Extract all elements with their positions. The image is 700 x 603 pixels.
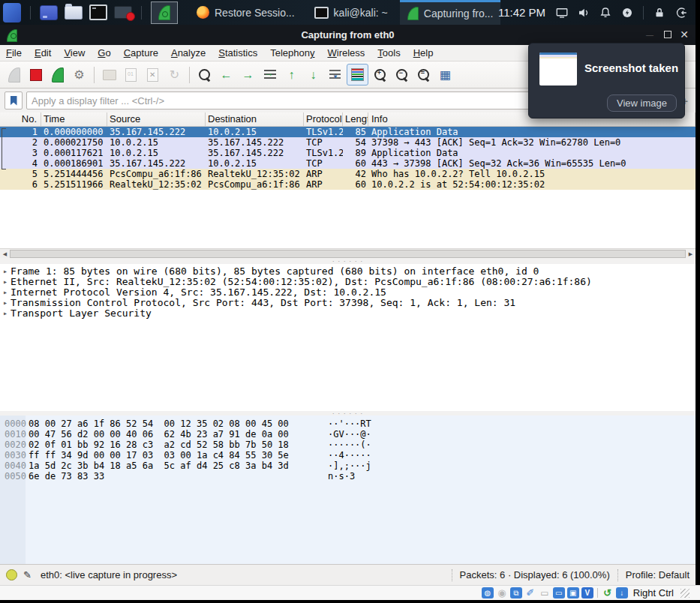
menu-item-telephony[interactable]: Telephony <box>270 47 314 58</box>
screen-recorder-launcher[interactable] <box>114 4 132 22</box>
collapse-arrow-icon[interactable]: ▸ <box>0 308 11 319</box>
optical-disc-icon[interactable] <box>496 587 508 598</box>
kali-menu-button[interactable] <box>3 4 21 22</box>
zoom-out-button[interactable]: − <box>392 64 412 85</box>
capture-comment-icon[interactable]: ✎ <box>23 569 32 580</box>
taskbar-item-terminal[interactable]: kali@kali: ~ <box>307 0 395 25</box>
usb-icon[interactable] <box>524 587 536 598</box>
collapse-arrow-icon[interactable]: ▸ <box>0 298 11 308</box>
detail-line[interactable]: ▸Internet Protocol Version 4, Src: 35.16… <box>0 287 695 298</box>
lock-icon[interactable] <box>651 4 668 21</box>
window-titlebar[interactable]: Capturing from eth0 <box>0 25 695 45</box>
hex-row[interactable]: 00401a 5d 2c 3b b4 18 a5 6a 5c af d4 25 … <box>0 460 695 471</box>
detail-line[interactable]: ▸Frame 1: 85 bytes on wire (680 bits), 8… <box>0 266 695 277</box>
menu-item-tools[interactable]: Tools <box>377 47 400 58</box>
network-icon[interactable] <box>510 587 522 598</box>
menu-item-go[interactable]: Go <box>98 47 110 58</box>
packet-cell-no: 5 <box>0 169 41 179</box>
menu-item-edit[interactable]: Edit <box>35 47 51 58</box>
hex-row[interactable]: 00506e de 73 83 33n·s·3 <box>0 471 695 482</box>
find-packet-button[interactable] <box>194 64 215 85</box>
folder-launcher[interactable] <box>65 4 83 22</box>
start-capture-button[interactable] <box>4 64 24 85</box>
column-header-destination[interactable]: Destination <box>206 112 304 126</box>
menu-item-statistics[interactable]: Statistics <box>218 47 257 58</box>
pane-splitter[interactable] <box>0 258 695 264</box>
recording-icon[interactable] <box>567 587 579 598</box>
column-header-time[interactable]: Time <box>41 112 107 126</box>
packet-row[interactable]: 10.00000000035.167.145.22210.0.2.15TLSv1… <box>0 127 695 137</box>
menu-item-help[interactable]: Help <box>413 47 434 58</box>
go-first-button[interactable] <box>281 64 302 85</box>
menu-item-analyze[interactable]: Analyze <box>171 47 206 58</box>
column-header-protocol[interactable]: Protocol <box>304 112 343 126</box>
packet-row[interactable]: 65.251511966RealtekU_12:35:02PcsCompu_a6… <box>0 179 695 190</box>
notifications-bell-icon[interactable] <box>597 4 614 21</box>
restart-capture-button[interactable] <box>47 64 68 85</box>
go-last-button[interactable] <box>303 64 323 85</box>
auto-scroll-button[interactable] <box>325 64 345 85</box>
reload-button[interactable] <box>164 64 185 85</box>
expert-info-icon[interactable] <box>6 569 17 580</box>
packet-row[interactable]: 30.00011762110.0.2.1535.167.145.222TLSv1… <box>0 148 695 158</box>
collapse-arrow-icon[interactable]: ▸ <box>0 266 11 277</box>
open-file-button[interactable] <box>99 64 119 85</box>
menu-item-capture[interactable]: Capture <box>124 47 158 58</box>
menu-item-view[interactable]: View <box>64 47 85 58</box>
capture-options-button[interactable] <box>69 64 89 85</box>
column-header-no[interactable]: No. <box>0 112 41 126</box>
close-file-button[interactable] <box>143 64 163 85</box>
hard-disk-icon[interactable] <box>482 587 494 598</box>
taskbar-item-wireshark[interactable]: Capturing fro... <box>400 0 501 25</box>
stop-capture-button[interactable] <box>26 64 46 85</box>
column-header-length[interactable]: Length <box>343 112 368 126</box>
zoom-reset-icon: = <box>418 69 429 80</box>
zoom-in-button[interactable]: + <box>370 64 390 85</box>
terminal-launcher[interactable] <box>89 4 107 22</box>
detail-line[interactable]: ▸Transmission Control Protocol, Src Port… <box>0 298 695 308</box>
profile-text[interactable]: Profile: Default <box>626 569 689 580</box>
mouse-integration-icon[interactable] <box>602 587 614 598</box>
go-to-packet-button[interactable] <box>260 64 280 85</box>
save-file-button[interactable] <box>121 64 141 85</box>
collapse-arrow-icon[interactable]: ▸ <box>0 287 11 298</box>
packet-row[interactable]: 20.00002175010.0.2.1535.167.145.222TCP54… <box>0 137 695 148</box>
packet-row[interactable]: 40.00018690135.167.145.22210.0.2.15TCP60… <box>0 158 695 169</box>
colorize-button[interactable] <box>347 64 368 86</box>
clock[interactable]: 11:42 PM <box>498 6 545 19</box>
volume-icon[interactable] <box>575 4 592 21</box>
zoom-reset-button[interactable]: = <box>413 64 434 85</box>
features-icon[interactable] <box>581 587 593 598</box>
display-icon[interactable] <box>554 4 570 21</box>
keyboard-icon[interactable] <box>616 587 628 598</box>
go-back-button[interactable] <box>216 64 236 85</box>
collapse-arrow-icon[interactable]: ▸ <box>0 277 11 287</box>
packet-cell-destination: RealtekU_12:35:02 <box>206 169 304 179</box>
minimize-button[interactable] <box>643 28 656 41</box>
logout-icon[interactable] <box>673 4 689 21</box>
close-button[interactable] <box>677 28 691 41</box>
maximize-button[interactable] <box>661 28 674 41</box>
detail-line[interactable]: ▸Transport Layer Security <box>0 308 695 319</box>
hex-row[interactable]: 0030ff ff 34 9d 00 00 17 03 03 00 1a c4 … <box>0 450 695 460</box>
wireshark-launcher[interactable] <box>151 2 178 24</box>
filter-bookmark-icon[interactable] <box>5 92 23 110</box>
taskbar-item-firefox[interactable]: Restore Sessio... <box>189 0 302 25</box>
resize-columns-button[interactable] <box>435 64 455 85</box>
menu-item-wireless[interactable]: Wireless <box>328 47 365 58</box>
terminal-icon <box>89 4 107 20</box>
hex-row[interactable]: 002002 0f 01 bb 92 16 28 c3 a2 cd 52 58 … <box>0 440 695 450</box>
column-header-source[interactable]: Source <box>107 112 206 126</box>
go-forward-button[interactable] <box>238 64 258 85</box>
packet-row[interactable]: 55.251444456PcsCompu_a6:1f:86RealtekU_12… <box>0 169 695 179</box>
shared-folders-icon[interactable] <box>539 587 551 598</box>
display-icon[interactable] <box>553 587 565 598</box>
view-image-button[interactable]: View image <box>607 94 677 112</box>
hex-row[interactable]: 000008 00 27 a6 1f 86 52 54 00 12 35 02 … <box>0 418 695 429</box>
hex-row[interactable]: 001000 47 56 d2 00 00 40 06 62 4b 23 a7 … <box>0 429 695 440</box>
menu-item-file[interactable]: File <box>6 47 22 58</box>
resize-grip[interactable] <box>680 589 689 598</box>
file-manager-launcher[interactable] <box>40 4 58 22</box>
detail-line[interactable]: ▸Ethernet II, Src: RealtekU_12:35:02 (52… <box>0 277 695 287</box>
power-indicator-icon[interactable] <box>619 4 635 21</box>
